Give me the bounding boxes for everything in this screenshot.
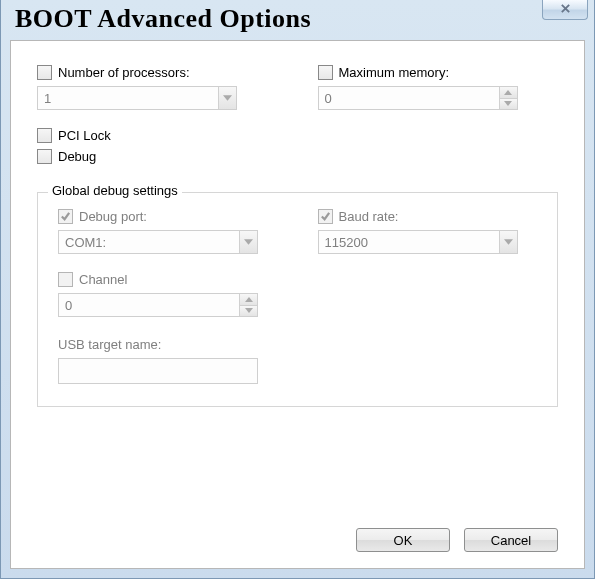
num-processors-label: Number of processors: <box>58 65 190 80</box>
global-debug-fieldset: Global debug settings Debug port: COM1: <box>37 192 558 407</box>
debug-port-checkbox <box>58 209 73 224</box>
window-title: BOOT Advanced Options <box>15 4 311 33</box>
cancel-button-label: Cancel <box>491 533 531 548</box>
debug-port-label: Debug port: <box>79 209 147 224</box>
pci-lock-label: PCI Lock <box>58 128 111 143</box>
dialog-buttons: OK Cancel <box>356 528 558 552</box>
num-processors-checkbox[interactable] <box>37 65 52 80</box>
channel-checkbox <box>58 272 73 287</box>
pci-lock-checkbox[interactable] <box>37 128 52 143</box>
ok-button[interactable]: OK <box>356 528 450 552</box>
num-processors-check-row: Number of processors: <box>37 65 278 80</box>
baud-rate-combo: 115200 <box>318 230 518 254</box>
usb-target-label: USB target name: <box>58 337 537 352</box>
global-debug-legend: Global debug settings <box>48 183 182 198</box>
baud-rate-label: Baud rate: <box>339 209 399 224</box>
debug-port-value: COM1: <box>59 235 239 250</box>
dialog-panel: Number of processors: 1 Maximum memory: <box>10 40 585 569</box>
spinner-up-icon[interactable] <box>500 87 517 99</box>
baud-rate-value: 115200 <box>319 235 499 250</box>
debug-port-combo: COM1: <box>58 230 258 254</box>
close-button[interactable] <box>542 0 588 20</box>
baud-rate-checkbox <box>318 209 333 224</box>
debug-label: Debug <box>58 149 96 164</box>
cancel-button[interactable]: Cancel <box>464 528 558 552</box>
chevron-down-icon <box>218 87 236 109</box>
channel-spinner: 0 <box>58 293 258 317</box>
chevron-down-icon <box>499 231 517 253</box>
channel-row: Channel <box>58 272 537 287</box>
max-memory-value: 0 <box>319 91 499 106</box>
usb-target-input <box>58 358 258 384</box>
chevron-down-icon <box>239 231 257 253</box>
max-memory-check-row: Maximum memory: <box>318 65 559 80</box>
max-memory-spinner[interactable]: 0 <box>318 86 518 110</box>
pci-lock-row: PCI Lock <box>37 128 558 143</box>
debug-row: Debug <box>37 149 558 164</box>
spinner-down-icon[interactable] <box>500 99 517 110</box>
channel-label: Channel <box>79 272 127 287</box>
baud-rate-row: Baud rate: <box>318 209 538 224</box>
spinner-up-icon <box>240 294 257 306</box>
num-processors-combo[interactable]: 1 <box>37 86 237 110</box>
close-icon <box>560 3 571 17</box>
debug-port-row: Debug port: <box>58 209 278 224</box>
num-processors-value: 1 <box>38 91 218 106</box>
debug-checkbox[interactable] <box>37 149 52 164</box>
titlebar: BOOT Advanced Options <box>1 0 594 36</box>
channel-value: 0 <box>59 298 239 313</box>
spinner-down-icon <box>240 306 257 317</box>
max-memory-label: Maximum memory: <box>339 65 450 80</box>
ok-button-label: OK <box>394 533 413 548</box>
max-memory-checkbox[interactable] <box>318 65 333 80</box>
